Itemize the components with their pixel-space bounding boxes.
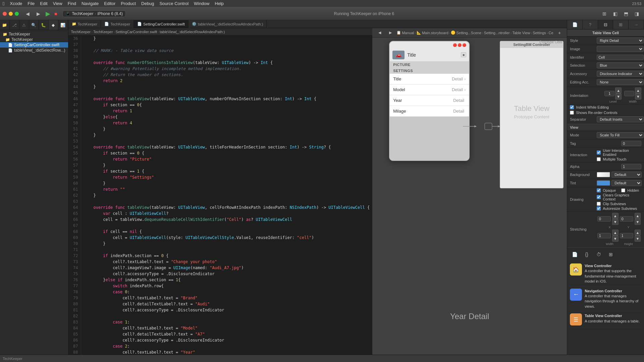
selection-select[interactable]: Blue Gray None (597, 62, 644, 68)
scheme-selector[interactable]: 📱 TechKeeper › iPhone 6 (8.4) (62, 10, 125, 17)
close-button[interactable] (3, 12, 7, 16)
multiple-touch-checkbox[interactable] (597, 157, 601, 161)
stretch-w-down[interactable]: ▼ (612, 236, 619, 242)
breadcrumb-storyboard[interactable]: 📐 Main.storyboard (417, 31, 448, 35)
stretch-y-up[interactable]: ▲ (635, 213, 641, 219)
breadcrumb-settings[interactable]: Settings (533, 31, 546, 35)
stretch-h-down[interactable]: ▼ (635, 236, 641, 242)
inspector-tab-quick-help[interactable]: ? (583, 20, 598, 29)
layout-toggle-button[interactable]: ⊞ (600, 9, 609, 18)
stretch-y-input[interactable] (620, 216, 633, 222)
stretch-y-down[interactable]: ▼ (635, 219, 641, 225)
navigator-toggle-button[interactable]: ◧ (610, 9, 620, 18)
menu-view[interactable]: View (53, 1, 62, 6)
level-up[interactable]: ▲ (615, 87, 622, 94)
nav-tab-issue[interactable]: ⚠ (19, 20, 29, 30)
jump-bar-techkeeper2[interactable]: TechKeeper (93, 30, 113, 34)
background-select[interactable]: Default (611, 172, 642, 178)
storyboard-back-button[interactable]: ◀ (375, 28, 384, 37)
minimize-button[interactable] (9, 12, 13, 16)
jump-bar-techkeeper[interactable]: TechKeeper (71, 30, 91, 34)
inspector-bottom-tab4[interactable]: ⊞ (606, 250, 615, 259)
menu-xcode[interactable]: Xcode (10, 1, 22, 6)
stretch-x-up[interactable]: ▲ (612, 213, 619, 219)
storyboard-add-button[interactable]: + (555, 28, 564, 37)
user-interaction-checkbox[interactable] (597, 150, 601, 155)
file-item-techkeeper2[interactable]: 📁 TechKeeper (0, 37, 68, 42)
menu-find[interactable]: Find (68, 1, 76, 6)
tag-input[interactable] (621, 141, 641, 146)
stretch-w-input[interactable] (597, 233, 611, 238)
stop-button[interactable]: ■ (53, 11, 58, 16)
inspector-bottom-tab1[interactable]: 📄 (570, 250, 579, 259)
width-down[interactable]: ▼ (635, 94, 641, 100)
shows-reorder-checkbox[interactable] (570, 111, 574, 115)
cell-milage[interactable]: Milage Detail (390, 106, 469, 117)
breadcrumb-cell[interactable]: Cell (549, 31, 554, 35)
jump-bar-tableview-method[interactable]: tableView(_:didSelectRowAtIndexPath:) (160, 30, 225, 34)
nav-back-button[interactable]: ◀ (23, 9, 32, 18)
tab-techkeeper2[interactable]: 📄 TechKeeper (101, 20, 134, 28)
edit-button[interactable]: ■ (461, 52, 466, 57)
nav-forward-button[interactable]: ▶ (34, 9, 43, 18)
menu-product[interactable]: Product (121, 1, 136, 6)
file-item-techkeeper[interactable]: 📁 TechKeeper (0, 32, 68, 37)
level-input[interactable] (604, 91, 614, 96)
mode-select[interactable]: Scale To Fill Aspect Fit Aspect Fill (597, 132, 644, 138)
apple-menu[interactable]:  (3, 1, 4, 6)
tint-select[interactable]: Default (611, 180, 642, 186)
menu-file[interactable]: File (28, 1, 35, 6)
inspector-toggle-button[interactable]: ◨ (632, 9, 641, 18)
alpha-input[interactable] (621, 164, 641, 169)
nav-tab-breakpoint[interactable]: ◆ (49, 20, 58, 30)
stretch-x-down[interactable]: ▼ (612, 219, 619, 225)
clip-subviews-checkbox[interactable] (597, 202, 601, 206)
tab-techkeeper1[interactable]: 📁 TechKeeper (68, 20, 101, 28)
menu-editor[interactable]: Editor (104, 1, 115, 6)
style-select[interactable]: Right Detail Basic Left Detail Subtitle (597, 38, 644, 44)
width-input[interactable] (624, 91, 634, 96)
nav-tab-git[interactable]: ⎇ (10, 20, 19, 30)
breadcrumb-scene[interactable]: 🟡 Setting...Scene (451, 31, 481, 35)
nav-tab-debug[interactable]: 🐛 (39, 20, 49, 30)
breadcrumb-manual[interactable]: 📋 Manual (396, 31, 414, 35)
inspector-bottom-tab3[interactable]: ⏱ (594, 250, 603, 259)
stretch-h-input[interactable] (620, 233, 633, 238)
debug-toggle-button[interactable]: ⬒ (621, 9, 631, 18)
tab-settingcar[interactable]: 📄 SettingCarController.swift (134, 20, 189, 28)
tab-tableview[interactable]: ⚙️ tableView(_:didSelectRowAtIndexPath:) (189, 20, 267, 28)
inspector-tab-size[interactable]: ⊞ (613, 20, 629, 29)
cell-title[interactable]: Title Detail › (390, 74, 469, 84)
nav-tab-search[interactable]: 🔍 (29, 20, 39, 30)
level-down[interactable]: ▼ (615, 94, 622, 100)
image-select[interactable] (597, 46, 644, 52)
menu-window[interactable]: Window (194, 1, 209, 6)
width-up[interactable]: ▲ (635, 87, 641, 94)
inspector-tab-attributes[interactable]: ⊟ (598, 20, 613, 29)
background-swatch[interactable] (597, 172, 610, 177)
stretch-x-input[interactable] (597, 216, 611, 222)
inspector-tab-file[interactable]: 📄 (567, 20, 583, 29)
jump-bar-settingcar[interactable]: SettingCarController.swift (115, 30, 157, 34)
indent-while-editing-checkbox[interactable] (570, 105, 574, 109)
separator-select[interactable]: Default Insets None Custom (597, 116, 644, 122)
inspector-tab-connections[interactable]: → (629, 20, 644, 29)
nav-tab-folder[interactable]: 📁 (0, 20, 10, 30)
inspector-bottom-tab2[interactable]: {} (582, 250, 591, 259)
identifier-input[interactable] (597, 55, 644, 60)
nav-tab-report[interactable]: 📊 (58, 20, 68, 30)
bottom-project[interactable]: TechKeeper (3, 357, 22, 361)
stretch-w-up[interactable]: ▲ (612, 230, 619, 236)
menu-help[interactable]: Help (215, 1, 224, 6)
menu-edit[interactable]: Edit (40, 1, 47, 6)
hidden-checkbox[interactable] (621, 188, 625, 192)
file-item-tableview[interactable]: 📄 tableView(_:didSelectRow...) (0, 48, 68, 53)
maximize-button[interactable] (15, 12, 19, 16)
autoresize-checkbox[interactable] (597, 206, 601, 210)
menu-source-control[interactable]: Source Control (159, 1, 189, 6)
accessory-select[interactable]: Disclosure Indicator None Detail Button (597, 71, 644, 77)
menu-navigate[interactable]: Navigate (82, 1, 99, 6)
storyboard-forward-button[interactable]: ▶ (386, 28, 395, 37)
run-button[interactable]: ▶ (44, 10, 52, 17)
cell-year[interactable]: Year Detail (390, 95, 469, 106)
